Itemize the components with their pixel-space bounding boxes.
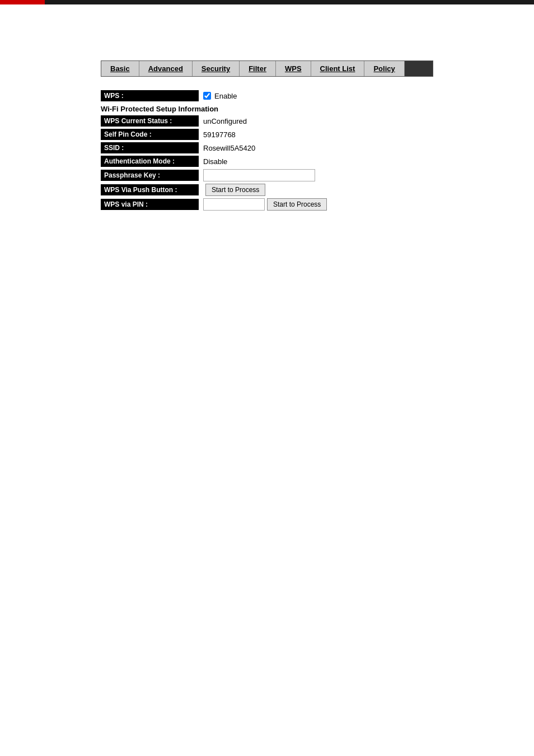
wps-auth-mode-value: Disable [203,157,227,166]
tab-security[interactable]: Security [193,61,240,76]
wps-section-title: Wi-Fi Protected Setup Information [101,105,433,113]
wps-field-label: WPS : [101,90,199,101]
wps-auth-mode-row: Authentication Mode : Disable [101,156,433,167]
wps-ssid-row: SSID : Rosewill5A5420 [101,142,433,153]
wps-ssid-value: Rosewill5A5420 [203,144,255,152]
wps-push-button-btn[interactable]: Start to Process [205,184,265,196]
wps-panel: WPS : Enable Wi-Fi Protected Setup Infor… [101,86,433,217]
banner-red [0,0,45,4]
wps-auth-mode-label: Authentication Mode : [101,156,199,167]
wps-self-pin-value: 59197768 [203,130,236,139]
main-content: Basic Advanced Security Filter WPS Clien… [0,4,534,240]
wps-enable-container: Enable [203,92,237,100]
wps-passphrase-label: Passphrase Key : [101,170,199,181]
tab-filter[interactable]: Filter [240,61,276,76]
wps-current-status-row: WPS Current Status : unConfigured [101,115,433,127]
wps-passphrase-input[interactable] [203,169,315,181]
wps-ssid-label: SSID : [101,142,199,153]
tab-wps[interactable]: WPS [276,61,311,76]
banner-black [45,0,534,4]
wps-via-pin-label: WPS via PIN : [101,199,199,210]
wps-enable-checkbox[interactable] [203,92,211,100]
wps-push-button-label: WPS Via Push Button : [101,184,199,195]
wps-current-status-value: unConfigured [203,117,247,125]
wps-enable-label: Enable [214,92,237,100]
wps-passphrase-row: Passphrase Key : [101,169,433,181]
wps-current-status-label: WPS Current Status : [101,115,199,127]
tab-basic[interactable]: Basic [101,61,139,76]
tab-policy[interactable]: Policy [364,61,404,76]
wps-self-pin-row: Self Pin Code : 59197768 [101,129,433,140]
wps-push-button-row: WPS Via Push Button : Start to Process [101,184,433,196]
tab-advanced[interactable]: Advanced [139,61,193,76]
wps-via-pin-row: WPS via PIN : Start to Process [101,198,433,211]
wps-self-pin-label: Self Pin Code : [101,129,199,140]
nav-tabs: Basic Advanced Security Filter WPS Clien… [101,60,433,77]
wps-via-pin-btn[interactable]: Start to Process [267,198,327,211]
wps-enable-row: WPS : Enable [101,90,433,101]
top-banner [0,0,534,4]
wps-via-pin-input[interactable] [203,198,265,211]
tab-client-list[interactable]: Client List [311,61,365,76]
